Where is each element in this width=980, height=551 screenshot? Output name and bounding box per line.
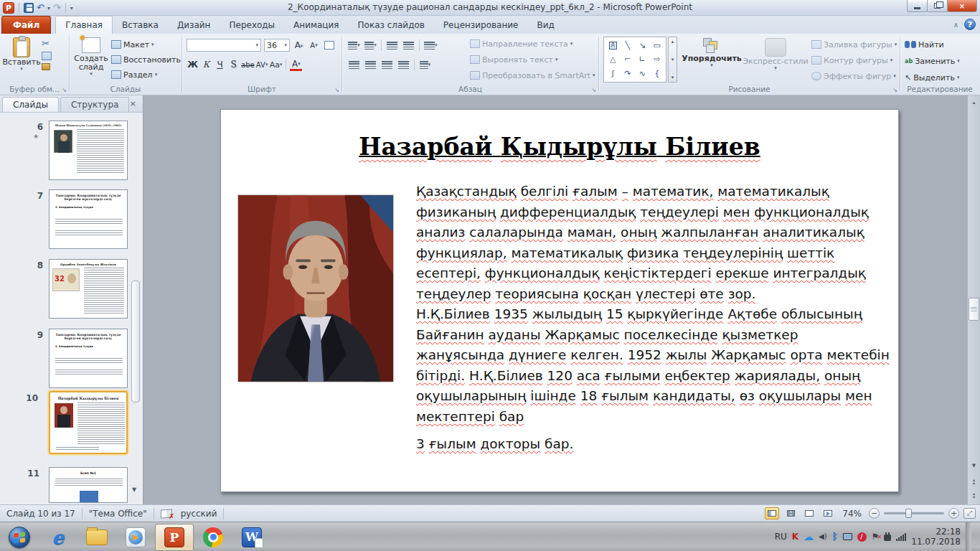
display-icon[interactable] (843, 533, 852, 540)
next-slide-button[interactable]: ▾▾ (969, 490, 979, 501)
convert-smartart-button[interactable]: Преобразовать в SmartArt▾ (470, 69, 595, 82)
chrome-button[interactable] (194, 524, 232, 551)
slide-6-thumbnail[interactable]: Шоқан Шыңғысұлы Уәлиханов (1835—1865) (49, 121, 128, 180)
align-center-button[interactable] (364, 58, 377, 71)
tab-slideshow[interactable]: Показ слайдов (349, 16, 434, 34)
scribble-shape-icon[interactable]: ʃ (611, 69, 614, 78)
increase-indent-button[interactable] (402, 39, 415, 52)
signal-strength-icon[interactable] (896, 533, 906, 541)
file-explorer-button[interactable] (77, 524, 116, 551)
animation-star-icon[interactable]: ★ (33, 133, 39, 140)
scroll-down-icon[interactable]: ▼ (969, 460, 979, 471)
paste-button[interactable]: Вставить ▾ (4, 37, 39, 71)
wave-shape-icon[interactable]: ∿ (639, 69, 646, 78)
tab-insert[interactable]: Вставка (113, 16, 168, 34)
tab-view[interactable]: Вид (527, 16, 563, 34)
align-left-button[interactable] (348, 58, 360, 71)
grow-font-button[interactable]: А▴ (293, 39, 305, 52)
zoom-slider-thumb[interactable] (905, 509, 912, 518)
slide-title[interactable]: Назарбай Қыдырұлы Білиев (264, 133, 855, 161)
scrollbar-thumb[interactable] (969, 298, 979, 321)
panel-tab-outline[interactable]: Структура (60, 97, 129, 112)
font-color-button[interactable]: А▾ (290, 58, 302, 71)
shapes-scroll-up-icon[interactable]: ▴ (672, 39, 674, 44)
shrink-font-button[interactable]: А▾ (308, 39, 320, 52)
decrease-indent-button[interactable] (386, 39, 398, 52)
powerpoint-taskbar-button[interactable]: P (155, 524, 194, 551)
character-spacing-button[interactable]: AV▾ (256, 58, 268, 71)
panel-tab-slides[interactable]: Слайды (2, 97, 59, 112)
power-plug-icon[interactable] (884, 534, 891, 541)
underline-button[interactable]: Ч (214, 58, 226, 71)
help-icon[interactable]: ? (964, 19, 976, 30)
tab-file[interactable]: Файл (1, 16, 51, 34)
justify-button[interactable] (397, 58, 410, 71)
shapes-scrollbar[interactable]: ▴ ▾ ▾ (668, 37, 677, 83)
dialog-launcher-icon[interactable]: ↘ (892, 87, 897, 93)
zoom-in-button[interactable]: + (948, 508, 959, 519)
slide-10-thumbnail[interactable]: Назарбай Қыдырұлы Білиев (49, 391, 128, 454)
italic-button[interactable]: К (200, 58, 212, 71)
elbow-shape-icon[interactable]: ⌐ (624, 55, 631, 64)
antivirus-icon[interactable]: / (857, 532, 867, 542)
normal-view-button[interactable] (765, 507, 779, 519)
block-arrow-shape-icon[interactable]: ⇨ (654, 55, 660, 64)
bluetooth-icon[interactable]: ᛒ (832, 532, 838, 541)
new-slide-button[interactable]: Создать слайд ▾ (72, 37, 110, 76)
vertical-scrollbar[interactable]: ▴ ▼ ▴▴ ▾▾ (967, 95, 980, 504)
show-desktop-button[interactable] (966, 522, 971, 551)
portrait-photo[interactable] (237, 194, 394, 382)
tab-review[interactable]: Рецензирование (434, 16, 528, 34)
elbow-arrow-shape-icon[interactable]: ∟ (639, 55, 646, 64)
quick-styles-button[interactable]: Экспресс-стили ▾ (743, 38, 809, 70)
font-size-combo[interactable]: 36▾ (264, 39, 290, 52)
zoom-level[interactable]: 74% (842, 509, 862, 519)
arrow-shape-icon[interactable]: ↘ (639, 41, 646, 50)
layout-button[interactable]: Макет▾ (111, 38, 181, 51)
triangle-shape-icon[interactable]: △ (610, 55, 616, 64)
tab-design[interactable]: Дизайн (168, 16, 220, 34)
strikethrough-button[interactable]: abe (241, 58, 255, 71)
slide-8-thumbnail[interactable]: Орынбек Ахметбекұлы Жәутіков 32 (49, 259, 128, 319)
reset-button[interactable]: Восстановить (111, 53, 181, 66)
fit-to-window-button[interactable]: ⤢ (963, 508, 976, 519)
text-direction-button[interactable]: Направление текста▾ (470, 37, 595, 50)
change-case-button[interactable]: Aa▾ (270, 58, 283, 71)
shape-effects-button[interactable]: Эффекты фигур▾ (811, 70, 897, 83)
slide-counter[interactable]: Слайд 10 из 17 (0, 509, 75, 519)
taskbar-clock[interactable]: 22:18 11.07.2018 (911, 527, 961, 547)
close-button[interactable]: × (947, 0, 977, 12)
zoom-out-button[interactable]: − (869, 508, 880, 519)
tab-home[interactable]: Главная (55, 16, 113, 34)
restore-button[interactable] (927, 0, 948, 12)
slide-9-thumbnail[interactable]: Тапсырма: Координаталық түзуде берілген … (49, 329, 128, 388)
panel-scrollbar[interactable]: ▼ (131, 114, 141, 494)
slide-7-thumbnail[interactable]: Тапсырма: Координаталық түзуде берілген … (49, 189, 128, 249)
dialog-launcher-icon[interactable]: ↘ (591, 87, 596, 93)
slide-sorter-button[interactable] (783, 507, 798, 519)
arrange-button[interactable]: Упорядочить ▾ (684, 38, 740, 67)
tab-transitions[interactable]: Переходы (220, 16, 284, 34)
curve-shape-icon[interactable]: ↷ (624, 69, 631, 78)
dialog-launcher-icon[interactable]: ↘ (62, 87, 67, 93)
previous-slide-button[interactable]: ▴▴ (969, 476, 979, 486)
find-button[interactable]: Найти (905, 38, 960, 51)
cloud-icon[interactable]: ☁ (804, 532, 814, 541)
network-status-icon[interactable]: ⚑ (872, 532, 880, 541)
shapes-scroll-down-icon[interactable]: ▾ (672, 57, 674, 62)
textbox-shape-icon[interactable]: A (609, 42, 617, 50)
rectangle-shape-icon[interactable]: ▭ (654, 41, 661, 50)
columns-button[interactable]: ▾ (419, 58, 431, 71)
minimize-button[interactable] (907, 0, 928, 12)
current-slide[interactable]: Назарбай Қыдырұлы Білиев (220, 109, 899, 492)
shape-outline-button[interactable]: Контур фигуры▾ (811, 54, 897, 67)
language-indicator[interactable]: русский (181, 509, 217, 519)
replace-button[interactable]: abЗаменить▾ (905, 55, 960, 67)
select-button[interactable]: ↖Выделить▾ (905, 71, 960, 84)
media-player-button[interactable]: ▶ (116, 524, 155, 551)
brace-shape-icon[interactable]: { (654, 69, 659, 78)
numbering-button[interactable]: ▾ (364, 39, 377, 52)
font-name-combo[interactable]: ▾ (187, 39, 261, 52)
word-button[interactable]: W (232, 524, 271, 551)
panel-close-icon[interactable]: × (127, 98, 139, 109)
